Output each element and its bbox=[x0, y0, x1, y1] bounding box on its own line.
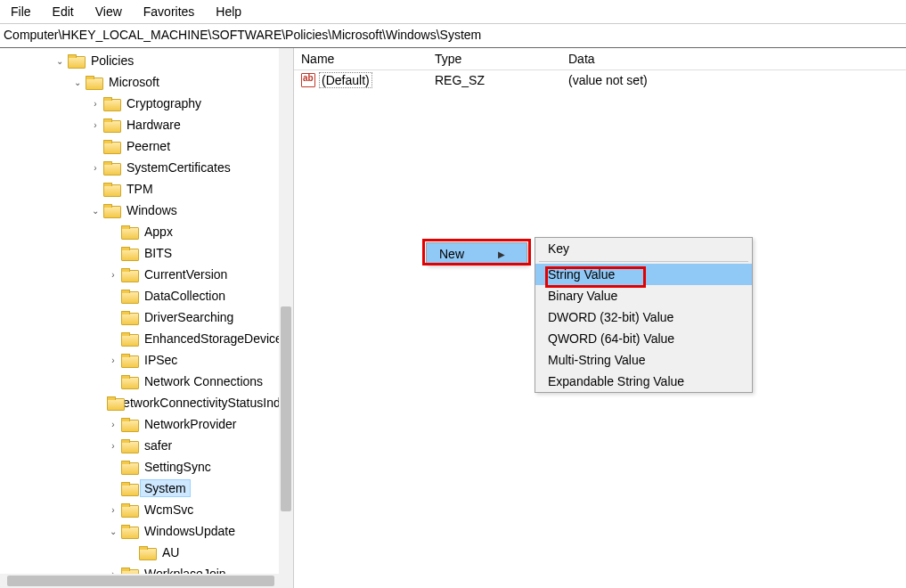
tree-node[interactable]: NetworkConnectivityStatusIndicator bbox=[0, 392, 293, 413]
tree-node[interactable]: AU bbox=[0, 542, 293, 563]
context-item[interactable]: Key bbox=[535, 238, 752, 259]
value-type: REG_SZ bbox=[428, 71, 561, 89]
folder-icon bbox=[121, 354, 137, 366]
tree-node[interactable]: EnhancedStorageDevices bbox=[0, 328, 293, 349]
tree-node-label: IPSec bbox=[141, 352, 181, 368]
tree-horizontal-scrollbar-thumb[interactable] bbox=[7, 576, 274, 586]
folder-icon bbox=[103, 140, 119, 152]
context-item[interactable]: Binary Value bbox=[535, 285, 752, 306]
tree-node[interactable]: ⌄Policies bbox=[0, 50, 293, 71]
menu-view[interactable]: View bbox=[86, 3, 131, 20]
tree-node[interactable]: ›CurrentVersion bbox=[0, 264, 293, 285]
context-item[interactable]: Expandable String Value bbox=[535, 371, 752, 392]
tree-node[interactable]: ›NetworkProvider bbox=[0, 413, 293, 435]
tree-node[interactable]: ›Hardware bbox=[0, 114, 293, 135]
folder-icon bbox=[103, 118, 119, 131]
folder-icon bbox=[86, 76, 102, 88]
chevron-down-icon[interactable]: ⌄ bbox=[53, 54, 66, 67]
tree-node[interactable]: BITS bbox=[0, 242, 293, 264]
chevron-down-icon[interactable]: ⌄ bbox=[71, 76, 84, 88]
tree-node[interactable]: Network Connections bbox=[0, 371, 293, 392]
folder-icon bbox=[121, 461, 137, 473]
menu-help[interactable]: Help bbox=[207, 3, 250, 20]
tree-node[interactable]: ›WcmSvc bbox=[0, 499, 293, 520]
tree-node-label: DriverSearching bbox=[141, 309, 237, 325]
chevron-down-icon[interactable]: ⌄ bbox=[89, 204, 102, 216]
context-item-label: QWORD (64-bit) Value bbox=[548, 331, 674, 346]
tree-node-label: Cryptography bbox=[123, 95, 205, 111]
tree-node[interactable]: DataCollection bbox=[0, 285, 293, 306]
tree-node[interactable]: Peernet bbox=[0, 135, 293, 157]
tree-node[interactable]: ›safer bbox=[0, 435, 293, 456]
tree-node[interactable]: ›IPSec bbox=[0, 349, 293, 371]
list-row[interactable]: (Default) REG_SZ (value not set) bbox=[294, 70, 906, 90]
tree-vertical-scrollbar[interactable] bbox=[279, 48, 293, 588]
folder-icon bbox=[103, 161, 119, 174]
menu-edit[interactable]: Edit bbox=[44, 3, 83, 20]
folder-icon bbox=[121, 375, 137, 388]
context-item-label: DWORD (32-bit) Value bbox=[548, 310, 673, 324]
tree-node-label: SettingSync bbox=[141, 459, 215, 475]
context-menu-parent: New ▶ bbox=[426, 242, 527, 265]
chevron-right-icon[interactable]: › bbox=[107, 354, 119, 366]
tree-node[interactable]: ⌄Microsoft bbox=[0, 71, 293, 93]
list-header: Name Type Data bbox=[294, 48, 906, 70]
column-header-data[interactable]: Data bbox=[561, 48, 906, 69]
chevron-right-icon[interactable]: › bbox=[89, 97, 102, 110]
tree-node-label: EnhancedStorageDevices bbox=[141, 331, 292, 347]
tree-vertical-scrollbar-thumb[interactable] bbox=[281, 306, 291, 511]
tree-node-label: Peernet bbox=[123, 138, 174, 154]
folder-icon bbox=[121, 418, 137, 430]
folder-icon bbox=[121, 290, 137, 302]
folder-icon bbox=[103, 204, 119, 216]
tree-node-label: BITS bbox=[141, 245, 175, 261]
tree-node[interactable]: ⌄Windows bbox=[0, 200, 293, 221]
tree-node[interactable]: Appx bbox=[0, 221, 293, 242]
tree-node[interactable]: System bbox=[0, 478, 293, 499]
tree-node[interactable]: ›SystemCertificates bbox=[0, 157, 293, 178]
folder-icon bbox=[121, 439, 137, 452]
tree-node[interactable]: TPM bbox=[0, 178, 293, 200]
tree-node-label: CurrentVersion bbox=[141, 266, 231, 282]
context-item-new[interactable]: New ▶ bbox=[427, 243, 526, 265]
chevron-right-icon[interactable]: › bbox=[107, 503, 119, 516]
registry-tree[interactable]: ⌄Policies⌄Microsoft›Cryptography›Hardwar… bbox=[0, 48, 293, 588]
menu-favorites[interactable]: Favorites bbox=[135, 3, 204, 20]
tree-node-label: NetworkProvider bbox=[141, 416, 240, 432]
tree-node-label: NetworkConnectivityStatusIndicator bbox=[110, 395, 294, 411]
tree-node[interactable]: ›Cryptography bbox=[0, 93, 293, 114]
tree-node[interactable]: SettingSync bbox=[0, 456, 293, 478]
context-item-label: String Value bbox=[548, 267, 615, 282]
address-bar[interactable]: Computer\HKEY_LOCAL_MACHINE\SOFTWARE\Pol… bbox=[0, 24, 906, 48]
chevron-right-icon[interactable]: › bbox=[107, 418, 119, 430]
chevron-down-icon[interactable]: ⌄ bbox=[107, 525, 119, 537]
context-item-label: Binary Value bbox=[548, 289, 617, 303]
chevron-right-icon[interactable]: › bbox=[89, 118, 102, 131]
column-header-type[interactable]: Type bbox=[428, 48, 561, 69]
tree-node-label: Windows bbox=[123, 202, 181, 218]
tree-node-label: TPM bbox=[123, 181, 157, 197]
chevron-right-icon[interactable]: › bbox=[107, 268, 119, 281]
menu-file[interactable]: File bbox=[2, 3, 40, 20]
chevron-right-icon[interactable]: › bbox=[89, 161, 102, 174]
folder-icon bbox=[121, 482, 137, 494]
folder-icon bbox=[121, 311, 137, 323]
tree-node[interactable]: DriverSearching bbox=[0, 306, 293, 328]
folder-icon bbox=[139, 546, 155, 559]
folder-icon bbox=[103, 97, 119, 110]
tree-node-label: WindowsUpdate bbox=[141, 523, 239, 539]
context-item[interactable]: String Value bbox=[535, 264, 752, 285]
menu-separator bbox=[539, 261, 748, 262]
chevron-right-icon[interactable]: › bbox=[107, 439, 119, 452]
tree-node-label: SystemCertificates bbox=[123, 159, 234, 176]
column-header-name[interactable]: Name bbox=[294, 48, 428, 69]
context-menu-submenu: KeyString ValueBinary ValueDWORD (32-bit… bbox=[535, 237, 753, 393]
context-item[interactable]: Multi-String Value bbox=[535, 349, 752, 371]
tree-node-label: Appx bbox=[141, 224, 176, 240]
context-item[interactable]: QWORD (64-bit) Value bbox=[535, 328, 752, 349]
tree-horizontal-scrollbar[interactable] bbox=[0, 574, 279, 588]
context-item-label: Expandable String Value bbox=[548, 374, 684, 388]
tree-node[interactable]: ⌄WindowsUpdate bbox=[0, 520, 293, 542]
folder-icon bbox=[121, 332, 137, 345]
context-item[interactable]: DWORD (32-bit) Value bbox=[535, 306, 752, 328]
